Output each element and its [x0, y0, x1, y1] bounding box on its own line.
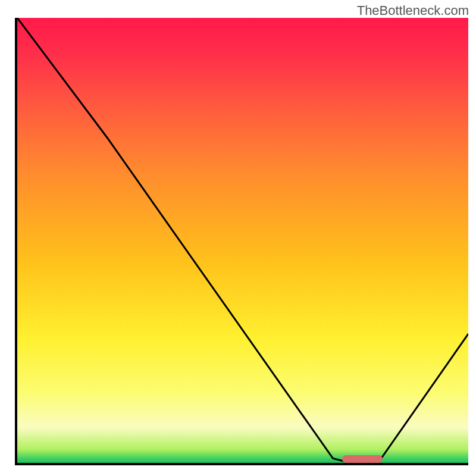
bottleneck-curve: [17, 18, 468, 463]
watermark-text: TheBottleneck.com: [357, 3, 469, 18]
plot-area: [15, 18, 468, 465]
chart-container: TheBottleneck.com: [0, 0, 476, 476]
optimal-range-marker: [342, 455, 383, 463]
curve-svg: [17, 18, 468, 463]
